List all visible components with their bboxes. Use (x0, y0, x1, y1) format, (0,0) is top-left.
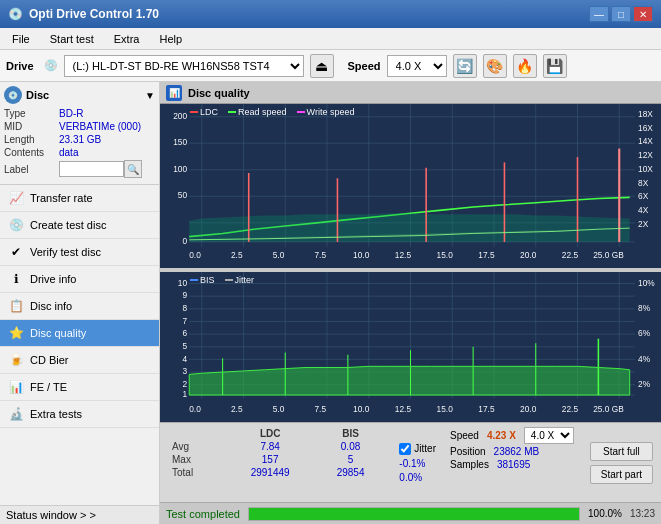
speed-row: Speed 4.23 X 4.0 X (450, 427, 574, 444)
verify-test-disc-icon: ✔ (8, 244, 24, 260)
menu-help[interactable]: Help (151, 31, 190, 47)
progress-percent: 100.0% (588, 508, 622, 519)
drive-select[interactable]: (L:) HL-DT-ST BD-RE WH16NS58 TST4 (64, 55, 304, 77)
samples-label: Samples (450, 459, 489, 470)
svg-text:6: 6 (182, 329, 187, 339)
disc-length-label: Length (4, 134, 59, 145)
stats-table: LDC BIS Avg 7.84 0.08 Max 157 (160, 423, 393, 502)
title-bar-controls: — □ ✕ (589, 6, 653, 22)
menu-file[interactable]: File (4, 31, 38, 47)
top-chart: LDC Read speed Write speed (160, 104, 661, 268)
jitter-speed-section: Jitter -0.1% 0.0% (393, 423, 442, 502)
menu-bar: File Start test Extra Help (0, 28, 661, 50)
disc-expand-icon: ▼ (145, 90, 155, 101)
burn-button[interactable]: 🔥 (513, 54, 537, 78)
sidebar-item-create-test-disc[interactable]: 💿 Create test disc (0, 212, 159, 239)
svg-text:1: 1 (182, 389, 187, 399)
total-label: Total (168, 466, 225, 479)
nav-items: 📈 Transfer rate 💿 Create test disc ✔ Ver… (0, 185, 159, 505)
progress-bar-background (248, 507, 580, 521)
legend-ldc: LDC (190, 107, 218, 117)
svg-text:7.5: 7.5 (314, 404, 326, 414)
svg-text:8: 8 (182, 303, 187, 313)
start-part-button[interactable]: Start part (590, 465, 653, 484)
quality-title: Disc quality (188, 87, 250, 99)
svg-text:4%: 4% (638, 354, 650, 364)
drive-label: Drive (6, 60, 34, 72)
menu-extra[interactable]: Extra (106, 31, 148, 47)
position-label: Position (450, 446, 486, 457)
sidebar-item-label-cd-bier: CD Bier (30, 354, 69, 366)
sidebar-item-verify-test-disc[interactable]: ✔ Verify test disc (0, 239, 159, 266)
sidebar-item-disc-quality[interactable]: ⭐ Disc quality (0, 320, 159, 347)
svg-text:200: 200 (173, 111, 187, 121)
jitter-checkbox[interactable] (399, 443, 411, 455)
sidebar-item-label-transfer-rate: Transfer rate (30, 192, 93, 204)
charts-container: LDC Read speed Write speed (160, 104, 661, 422)
palette-button[interactable]: 🎨 (483, 54, 507, 78)
disc-label-input[interactable] (59, 161, 124, 177)
disc-label-label: Label (4, 164, 59, 175)
cd-bier-icon: 🍺 (8, 352, 24, 368)
drive-info-icon: ℹ (8, 271, 24, 287)
sidebar-item-fe-te[interactable]: 📊 FE / TE (0, 374, 159, 401)
avg-label: Avg (168, 440, 225, 453)
disc-type-row: Type BD-R (4, 108, 155, 119)
disc-quality-icon: ⭐ (8, 325, 24, 341)
svg-text:0.0: 0.0 (189, 250, 201, 260)
sidebar-item-disc-info[interactable]: 📋 Disc info (0, 293, 159, 320)
maximize-button[interactable]: □ (611, 6, 631, 22)
svg-text:10.0: 10.0 (353, 404, 369, 414)
save-button[interactable]: 💾 (543, 54, 567, 78)
bottom-chart: BIS Jitter (160, 272, 661, 422)
disc-icon: 💿 (4, 86, 22, 104)
disc-label-button[interactable]: 🔍 (124, 160, 142, 178)
start-full-button[interactable]: Start full (590, 442, 653, 461)
svg-text:17.5: 17.5 (478, 250, 495, 260)
drive-toolbar: Drive 💿 (L:) HL-DT-ST BD-RE WH16NS58 TST… (0, 50, 661, 82)
speed-select[interactable]: 4.0 X (387, 55, 447, 77)
bottom-chart-svg: 10 9 8 7 6 5 4 3 2 1 10% 8% 6% 4% 2% (160, 272, 661, 422)
avg-ldc: 7.84 (225, 440, 316, 453)
status-text: Test completed (166, 508, 240, 520)
svg-text:10X: 10X (638, 164, 653, 174)
sidebar-item-transfer-rate[interactable]: 📈 Transfer rate (0, 185, 159, 212)
legend-write-speed: Write speed (297, 107, 355, 117)
legend-bis: BIS (190, 275, 215, 285)
max-label: Max (168, 453, 225, 466)
svg-marker-97 (189, 367, 629, 396)
status-window-label: Status window > > (6, 509, 96, 521)
sidebar-item-label-fe-te: FE / TE (30, 381, 67, 393)
transfer-rate-icon: 📈 (8, 190, 24, 206)
samples-value: 381695 (497, 459, 530, 470)
speed-combo-select[interactable]: 4.0 X (524, 427, 574, 444)
title-bar-left: 💿 Opti Drive Control 1.70 (8, 7, 159, 21)
disc-label-row: Label 🔍 (4, 160, 155, 178)
svg-text:5.0: 5.0 (273, 404, 285, 414)
svg-text:7: 7 (182, 316, 187, 326)
status-window[interactable]: Status window > > (0, 505, 159, 524)
sidebar-item-cd-bier[interactable]: 🍺 CD Bier (0, 347, 159, 374)
sidebar-item-extra-tests[interactable]: 🔬 Extra tests (0, 401, 159, 428)
svg-text:5: 5 (182, 341, 187, 351)
refresh-button[interactable]: 🔄 (453, 54, 477, 78)
main-content: 💿 Disc ▼ Type BD-R MID VERBATIMe (000) L… (0, 82, 661, 524)
legend-jitter: Jitter (225, 275, 255, 285)
svg-text:25.0 GB: 25.0 GB (593, 404, 624, 414)
eject-button[interactable]: ⏏ (310, 54, 334, 78)
menu-start-test[interactable]: Start test (42, 31, 102, 47)
jitter-label: Jitter (414, 443, 436, 454)
close-button[interactable]: ✕ (633, 6, 653, 22)
svg-text:22.5: 22.5 (562, 404, 578, 414)
svg-text:6X: 6X (638, 191, 649, 201)
legend-read-speed: Read speed (228, 107, 287, 117)
disc-panel: 💿 Disc ▼ Type BD-R MID VERBATIMe (000) L… (0, 82, 159, 185)
bottom-legend: BIS Jitter (190, 275, 254, 285)
svg-text:15.0: 15.0 (437, 250, 454, 260)
sidebar-item-drive-info[interactable]: ℹ Drive info (0, 266, 159, 293)
speed-display-label: Speed (450, 430, 479, 441)
col-header-ldc: LDC (225, 427, 316, 440)
svg-text:16X: 16X (638, 122, 653, 132)
minimize-button[interactable]: — (589, 6, 609, 22)
max-ldc: 157 (225, 453, 316, 466)
